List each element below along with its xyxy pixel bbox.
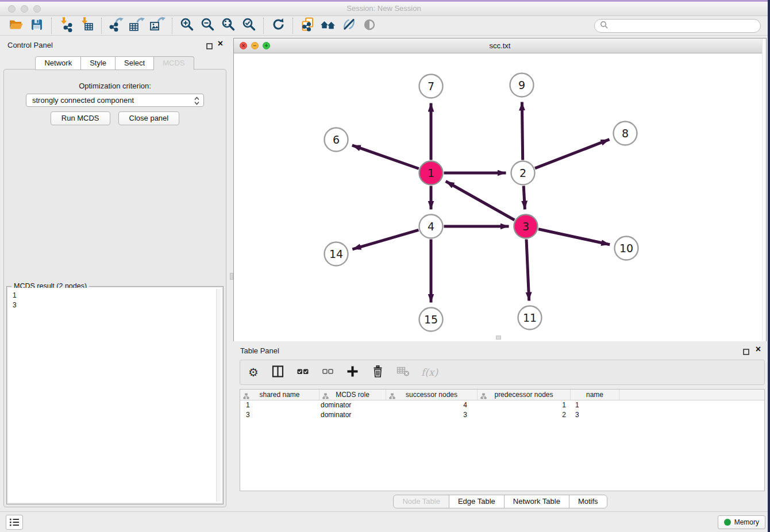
cell-MCDS-role[interactable]: dominator (319, 400, 386, 410)
network-horizontal-scroll-thumb[interactable] (496, 336, 501, 340)
cell-name[interactable]: 3 (571, 410, 619, 420)
network-close-button[interactable]: × (240, 42, 247, 49)
export-image-button[interactable] (147, 17, 168, 34)
column-header-successor-nodes[interactable]: successor nodes (386, 390, 478, 400)
column-header-MCDS-role[interactable]: MCDS role (319, 390, 386, 400)
control-panel-float-button[interactable] (206, 41, 213, 48)
graph-node-11[interactable]: 11 (518, 306, 542, 330)
control-panel-close-button[interactable]: × (218, 39, 223, 48)
import-network-button[interactable] (56, 17, 76, 34)
cell-name[interactable]: 1 (571, 400, 619, 410)
tab-motifs[interactable]: Motifs (569, 495, 607, 508)
network-canvas[interactable]: 1234678910111415 (234, 53, 766, 341)
graph-node-3[interactable]: 3 (514, 215, 538, 238)
tab-node-table[interactable]: Node Table (393, 495, 449, 508)
delete-table-button[interactable] (396, 364, 410, 380)
tab-network-table[interactable]: Network Table (504, 495, 569, 508)
style-tool-button[interactable] (338, 17, 359, 34)
search-box[interactable] (594, 19, 761, 33)
network-minimize-button[interactable]: − (251, 42, 259, 49)
graph-node-2[interactable]: 2 (511, 161, 535, 185)
graph-node-15[interactable]: 15 (419, 308, 443, 331)
select-all-columns-button[interactable] (296, 364, 310, 381)
graph-edge-3-11[interactable] (526, 240, 529, 301)
window-minimize-button[interactable] (21, 5, 28, 13)
cell-shared-name[interactable]: 1 (240, 400, 319, 410)
table-options-button[interactable]: ⚙ (247, 367, 260, 379)
table-row[interactable]: 3dominator323 (240, 410, 764, 420)
export-table-icon (129, 17, 145, 34)
tab-edge-table[interactable]: Edge Table (449, 495, 505, 508)
zoom-fit-button[interactable] (218, 17, 238, 34)
network-overview-button[interactable] (318, 17, 338, 34)
network-maximize-button[interactable]: + (263, 42, 270, 49)
tree-icon (243, 392, 249, 402)
export-network-button[interactable] (106, 17, 126, 34)
graph-edge-2-8[interactable] (535, 140, 610, 168)
zoom-out-button[interactable] (197, 17, 218, 34)
column-header-shared-name[interactable]: shared name (240, 390, 319, 400)
tab-mcds[interactable]: MCDS (153, 56, 194, 70)
run-mcds-button[interactable]: Run MCDS (51, 111, 110, 125)
zoom-selected-button[interactable] (238, 17, 259, 34)
memory-button[interactable]: Memory (718, 515, 765, 529)
import-table-button[interactable] (76, 17, 97, 34)
cell-successor-nodes[interactable]: 4 (386, 400, 478, 410)
close-panel-button[interactable]: Close panel (118, 111, 180, 125)
graph-node-4[interactable]: 4 (419, 215, 443, 238)
criterion-dropdown[interactable]: strongly connected component (26, 94, 204, 107)
graph-edge-3-1[interactable] (446, 182, 515, 221)
cell-predecessor-nodes[interactable]: 2 (478, 410, 571, 420)
save-session-button[interactable] (26, 17, 47, 34)
graph-edge-3-10[interactable] (538, 229, 610, 245)
network-vertical-scrollbar[interactable] (762, 38, 766, 341)
table-panel-title: Table Panel (240, 346, 279, 355)
column-header-name[interactable]: name (571, 390, 619, 400)
table-panel-close-button[interactable]: × (756, 345, 761, 354)
graph-node-7[interactable]: 7 (419, 75, 443, 98)
show-hide-icon (362, 17, 377, 34)
task-history-button[interactable] (6, 515, 23, 530)
graph-node-14[interactable]: 14 (325, 242, 348, 266)
clone-network-button[interactable] (297, 17, 318, 34)
tab-network[interactable]: Network (35, 56, 81, 70)
mcds-result-scrollbar[interactable] (216, 289, 221, 502)
show-columns-button[interactable] (271, 364, 285, 381)
window-zoom-button[interactable] (33, 5, 41, 13)
cell-shared-name[interactable]: 3 (240, 410, 319, 420)
window-close-button[interactable] (8, 5, 16, 13)
zoom-in-button[interactable] (176, 17, 197, 34)
open-session-button[interactable] (6, 17, 26, 34)
tab-style[interactable]: Style (80, 56, 116, 70)
export-table-button[interactable] (126, 17, 147, 34)
create-column-button[interactable] (345, 364, 360, 381)
search-input[interactable] (611, 21, 760, 31)
cell-successor-nodes[interactable]: 3 (386, 410, 478, 420)
function-builder-button[interactable]: f(x) (421, 367, 438, 378)
network-window-titlebar[interactable]: × − + scc.txt (234, 38, 766, 53)
column-header-predecessor-nodes[interactable]: predecessor nodes (478, 390, 571, 400)
cell-predecessor-nodes[interactable]: 1 (478, 400, 571, 410)
graph-node-10[interactable]: 10 (615, 237, 638, 260)
node-table: shared nameMCDS rolesuccessor nodesprede… (240, 389, 765, 491)
table-row[interactable]: 1dominator411 (240, 400, 764, 410)
graph-edge-2-3[interactable] (523, 186, 525, 210)
apply-layout-button[interactable] (268, 17, 288, 34)
desktop: Session: New Session Control Panel × Net… (0, 0, 770, 532)
graph-edge-1-6[interactable] (352, 145, 419, 169)
cell-MCDS-role[interactable]: dominator (319, 410, 386, 420)
svg-text:8: 8 (622, 127, 629, 140)
graph-node-1[interactable]: 1 (419, 161, 443, 185)
graph-edge-4-14[interactable] (352, 230, 418, 249)
graph-node-8[interactable]: 8 (614, 122, 637, 145)
unselect-all-columns-button[interactable] (321, 365, 334, 380)
graph-node-6[interactable]: 6 (325, 128, 348, 152)
tab-select[interactable]: Select (115, 56, 154, 70)
graph-edge-2-9[interactable] (522, 102, 522, 160)
table-panel-float-button[interactable] (743, 347, 749, 353)
delete-column-button[interactable] (371, 364, 385, 381)
show-hide-button[interactable] (359, 17, 380, 34)
graph-node-9[interactable]: 9 (510, 74, 534, 97)
mcds-result-area[interactable]: 13 (8, 288, 222, 503)
export-network-icon (109, 17, 124, 34)
